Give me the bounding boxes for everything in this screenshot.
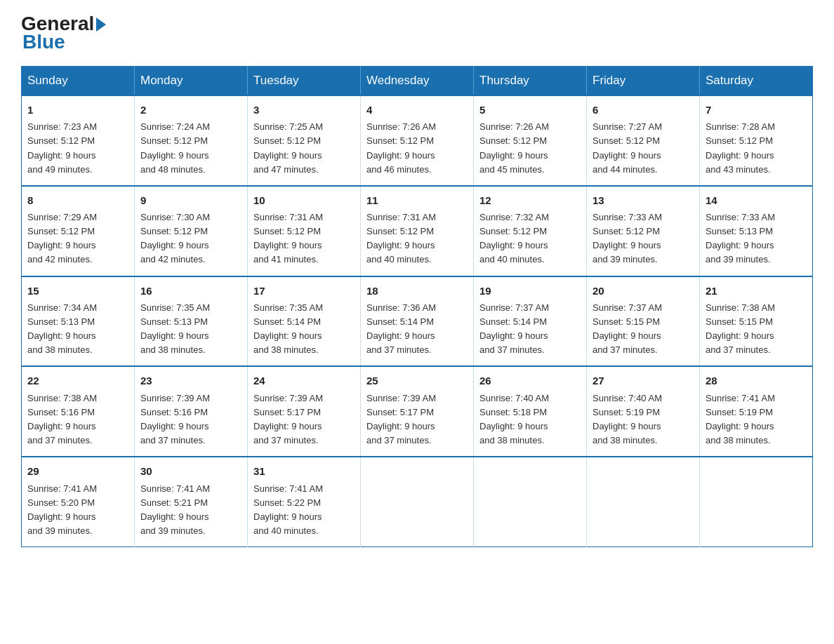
calendar-table: SundayMondayTuesdayWednesdayThursdayFrid… bbox=[21, 66, 813, 547]
day-number: 16 bbox=[140, 283, 241, 299]
calendar-cell: 10Sunrise: 7:31 AMSunset: 5:12 PMDayligh… bbox=[248, 186, 361, 276]
day-number: 24 bbox=[253, 373, 355, 389]
calendar-cell: 1Sunrise: 7:23 AMSunset: 5:12 PMDaylight… bbox=[22, 95, 135, 186]
day-number: 27 bbox=[593, 373, 694, 389]
calendar-cell: 14Sunrise: 7:33 AMSunset: 5:13 PMDayligh… bbox=[700, 186, 813, 276]
day-number: 8 bbox=[27, 192, 128, 208]
day-info: Sunrise: 7:41 AMSunset: 5:20 PMDaylight:… bbox=[27, 482, 128, 539]
day-info: Sunrise: 7:30 AMSunset: 5:12 PMDaylight:… bbox=[140, 210, 241, 267]
day-info: Sunrise: 7:35 AMSunset: 5:13 PMDaylight:… bbox=[140, 301, 241, 358]
week-row-2: 8Sunrise: 7:29 AMSunset: 5:12 PMDaylight… bbox=[22, 186, 813, 276]
day-number: 11 bbox=[366, 192, 468, 208]
day-number: 22 bbox=[27, 373, 128, 389]
day-info: Sunrise: 7:31 AMSunset: 5:12 PMDaylight:… bbox=[366, 210, 468, 267]
calendar-cell: 31Sunrise: 7:41 AMSunset: 5:22 PMDayligh… bbox=[248, 457, 361, 546]
day-number: 29 bbox=[27, 463, 128, 479]
day-number: 10 bbox=[253, 192, 355, 208]
day-number: 26 bbox=[479, 373, 581, 389]
day-number: 25 bbox=[366, 373, 468, 389]
day-info: Sunrise: 7:36 AMSunset: 5:14 PMDaylight:… bbox=[366, 301, 468, 358]
day-number: 7 bbox=[706, 102, 807, 118]
week-row-5: 29Sunrise: 7:41 AMSunset: 5:20 PMDayligh… bbox=[22, 457, 813, 546]
day-info: Sunrise: 7:39 AMSunset: 5:16 PMDaylight:… bbox=[140, 391, 241, 448]
day-info: Sunrise: 7:34 AMSunset: 5:13 PMDaylight:… bbox=[27, 301, 128, 358]
calendar-cell: 19Sunrise: 7:37 AMSunset: 5:14 PMDayligh… bbox=[474, 276, 587, 367]
calendar-cell: 28Sunrise: 7:41 AMSunset: 5:19 PMDayligh… bbox=[700, 366, 813, 457]
calendar-cell: 7Sunrise: 7:28 AMSunset: 5:12 PMDaylight… bbox=[700, 95, 813, 186]
calendar-cell: 4Sunrise: 7:26 AMSunset: 5:12 PMDaylight… bbox=[361, 95, 474, 186]
day-number: 5 bbox=[479, 102, 581, 118]
day-number: 19 bbox=[479, 283, 581, 299]
calendar-cell: 15Sunrise: 7:34 AMSunset: 5:13 PMDayligh… bbox=[22, 276, 135, 367]
day-info: Sunrise: 7:38 AMSunset: 5:16 PMDaylight:… bbox=[27, 391, 128, 448]
day-number: 28 bbox=[706, 373, 807, 389]
calendar-cell: 23Sunrise: 7:39 AMSunset: 5:16 PMDayligh… bbox=[135, 366, 248, 457]
weekday-header-saturday: Saturday bbox=[700, 67, 813, 96]
day-number: 17 bbox=[253, 283, 355, 299]
day-info: Sunrise: 7:33 AMSunset: 5:13 PMDaylight:… bbox=[706, 210, 807, 267]
calendar-cell: 30Sunrise: 7:41 AMSunset: 5:21 PMDayligh… bbox=[135, 457, 248, 546]
calendar-cell bbox=[361, 457, 474, 546]
logo-arrow-icon bbox=[96, 18, 106, 32]
calendar-cell: 29Sunrise: 7:41 AMSunset: 5:20 PMDayligh… bbox=[22, 457, 135, 546]
day-number: 31 bbox=[253, 463, 355, 479]
logo: General Blue bbox=[21, 14, 106, 53]
calendar-cell: 26Sunrise: 7:40 AMSunset: 5:18 PMDayligh… bbox=[474, 366, 587, 457]
day-info: Sunrise: 7:23 AMSunset: 5:12 PMDaylight:… bbox=[27, 120, 128, 177]
day-number: 12 bbox=[479, 192, 581, 208]
calendar-cell: 21Sunrise: 7:38 AMSunset: 5:15 PMDayligh… bbox=[700, 276, 813, 367]
day-info: Sunrise: 7:28 AMSunset: 5:12 PMDaylight:… bbox=[706, 120, 807, 177]
calendar-cell: 11Sunrise: 7:31 AMSunset: 5:12 PMDayligh… bbox=[361, 186, 474, 276]
calendar-cell bbox=[587, 457, 700, 546]
calendar-cell: 5Sunrise: 7:26 AMSunset: 5:12 PMDaylight… bbox=[474, 95, 587, 186]
day-info: Sunrise: 7:40 AMSunset: 5:18 PMDaylight:… bbox=[479, 391, 581, 448]
day-info: Sunrise: 7:29 AMSunset: 5:12 PMDaylight:… bbox=[27, 210, 128, 267]
day-info: Sunrise: 7:25 AMSunset: 5:12 PMDaylight:… bbox=[253, 120, 355, 177]
calendar-cell: 13Sunrise: 7:33 AMSunset: 5:12 PMDayligh… bbox=[587, 186, 700, 276]
calendar-cell: 27Sunrise: 7:40 AMSunset: 5:19 PMDayligh… bbox=[587, 366, 700, 457]
day-number: 18 bbox=[366, 283, 468, 299]
day-number: 1 bbox=[27, 102, 128, 118]
day-info: Sunrise: 7:32 AMSunset: 5:12 PMDaylight:… bbox=[479, 210, 581, 267]
calendar-cell: 8Sunrise: 7:29 AMSunset: 5:12 PMDaylight… bbox=[22, 186, 135, 276]
calendar-cell bbox=[700, 457, 813, 546]
page-header: General Blue bbox=[21, 14, 813, 53]
calendar-cell: 24Sunrise: 7:39 AMSunset: 5:17 PMDayligh… bbox=[248, 366, 361, 457]
day-info: Sunrise: 7:37 AMSunset: 5:15 PMDaylight:… bbox=[593, 301, 694, 358]
calendar-cell: 20Sunrise: 7:37 AMSunset: 5:15 PMDayligh… bbox=[587, 276, 700, 367]
calendar-cell: 2Sunrise: 7:24 AMSunset: 5:12 PMDaylight… bbox=[135, 95, 248, 186]
day-info: Sunrise: 7:31 AMSunset: 5:12 PMDaylight:… bbox=[253, 210, 355, 267]
calendar-cell: 25Sunrise: 7:39 AMSunset: 5:17 PMDayligh… bbox=[361, 366, 474, 457]
day-info: Sunrise: 7:33 AMSunset: 5:12 PMDaylight:… bbox=[593, 210, 694, 267]
weekday-header-row: SundayMondayTuesdayWednesdayThursdayFrid… bbox=[22, 67, 813, 96]
day-number: 14 bbox=[706, 192, 807, 208]
calendar-cell: 6Sunrise: 7:27 AMSunset: 5:12 PMDaylight… bbox=[587, 95, 700, 186]
calendar-cell: 22Sunrise: 7:38 AMSunset: 5:16 PMDayligh… bbox=[22, 366, 135, 457]
day-info: Sunrise: 7:39 AMSunset: 5:17 PMDaylight:… bbox=[366, 391, 468, 448]
day-number: 15 bbox=[27, 283, 128, 299]
day-info: Sunrise: 7:41 AMSunset: 5:22 PMDaylight:… bbox=[253, 482, 355, 539]
day-number: 9 bbox=[140, 192, 241, 208]
week-row-4: 22Sunrise: 7:38 AMSunset: 5:16 PMDayligh… bbox=[22, 366, 813, 457]
weekday-header-tuesday: Tuesday bbox=[248, 67, 361, 96]
day-info: Sunrise: 7:37 AMSunset: 5:14 PMDaylight:… bbox=[479, 301, 581, 358]
calendar-cell: 18Sunrise: 7:36 AMSunset: 5:14 PMDayligh… bbox=[361, 276, 474, 367]
calendar-cell: 3Sunrise: 7:25 AMSunset: 5:12 PMDaylight… bbox=[248, 95, 361, 186]
day-number: 4 bbox=[366, 102, 468, 118]
day-number: 23 bbox=[140, 373, 241, 389]
day-number: 20 bbox=[593, 283, 694, 299]
weekday-header-wednesday: Wednesday bbox=[361, 67, 474, 96]
weekday-header-friday: Friday bbox=[587, 67, 700, 96]
weekday-header-thursday: Thursday bbox=[474, 67, 587, 96]
day-number: 21 bbox=[706, 283, 807, 299]
day-info: Sunrise: 7:27 AMSunset: 5:12 PMDaylight:… bbox=[593, 120, 694, 177]
weekday-header-monday: Monday bbox=[135, 67, 248, 96]
calendar-cell: 9Sunrise: 7:30 AMSunset: 5:12 PMDaylight… bbox=[135, 186, 248, 276]
day-info: Sunrise: 7:41 AMSunset: 5:21 PMDaylight:… bbox=[140, 482, 241, 539]
day-number: 2 bbox=[140, 102, 241, 118]
weekday-header-sunday: Sunday bbox=[22, 67, 135, 96]
day-info: Sunrise: 7:40 AMSunset: 5:19 PMDaylight:… bbox=[593, 391, 694, 448]
day-info: Sunrise: 7:24 AMSunset: 5:12 PMDaylight:… bbox=[140, 120, 241, 177]
day-info: Sunrise: 7:26 AMSunset: 5:12 PMDaylight:… bbox=[366, 120, 468, 177]
calendar-cell: 16Sunrise: 7:35 AMSunset: 5:13 PMDayligh… bbox=[135, 276, 248, 367]
